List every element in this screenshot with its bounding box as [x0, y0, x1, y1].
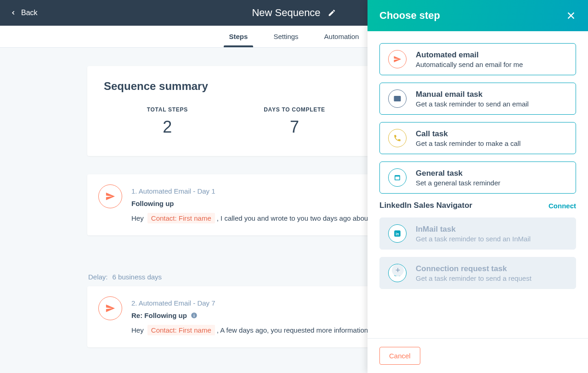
send-icon	[98, 296, 122, 320]
calendar-icon	[388, 168, 407, 187]
send-icon	[388, 50, 407, 68]
option-general-task[interactable]: General taskSet a general task reminder	[379, 161, 576, 194]
linkedin-connect-link[interactable]: Connect	[548, 202, 576, 210]
send-icon	[98, 184, 122, 208]
page-title: New Sequence	[252, 7, 320, 19]
cancel-button[interactable]: Cancel	[379, 347, 420, 365]
days-value: 7	[231, 117, 358, 137]
option-manual-email[interactable]: Manual email taskGet a task reminder to …	[379, 83, 576, 115]
merge-token: Contact: First name	[147, 213, 215, 223]
svg-text:i: i	[193, 313, 194, 318]
delay-label: Delay:	[88, 273, 108, 281]
choose-step-panel: Choose step Automated emailAutomatically…	[368, 0, 588, 373]
envelope-icon	[388, 89, 407, 108]
svg-rect-6	[396, 177, 400, 180]
svg-text:in: in	[396, 232, 399, 236]
option-call-task[interactable]: Call taskGet a task reminder to make a c…	[379, 122, 576, 154]
total-steps-value: 2	[104, 117, 231, 137]
edit-icon[interactable]	[328, 9, 336, 17]
phone-icon	[388, 129, 407, 147]
back-label: Back	[21, 9, 38, 17]
panel-title: Choose step	[379, 10, 440, 22]
tab-steps[interactable]: Steps	[216, 25, 261, 47]
option-automated-email[interactable]: Automated emailAutomatically send an ema…	[379, 43, 576, 75]
linkedin-section-title: LinkedIn Sales Navigator	[379, 201, 472, 210]
close-icon[interactable]	[566, 11, 576, 21]
chevron-left-icon	[10, 10, 17, 16]
option-connection-request: in Connection request taskGet a task rem…	[379, 257, 576, 289]
total-steps-label: TOTAL STEPS	[104, 106, 231, 113]
option-inmail-task: in InMail taskGet a task reminder to sen…	[379, 217, 576, 250]
tab-settings[interactable]: Settings	[260, 25, 311, 47]
linkedin-icon: in	[388, 224, 407, 243]
tab-automation[interactable]: Automation	[311, 25, 372, 47]
merge-token: Contact: First name	[147, 325, 215, 335]
info-icon[interactable]: i	[191, 312, 198, 319]
days-label: DAYS TO COMPLETE	[231, 106, 358, 113]
add-step-button[interactable]: +	[392, 264, 404, 276]
delay-value: 6 business days	[113, 273, 162, 281]
back-button[interactable]: Back	[0, 9, 38, 17]
